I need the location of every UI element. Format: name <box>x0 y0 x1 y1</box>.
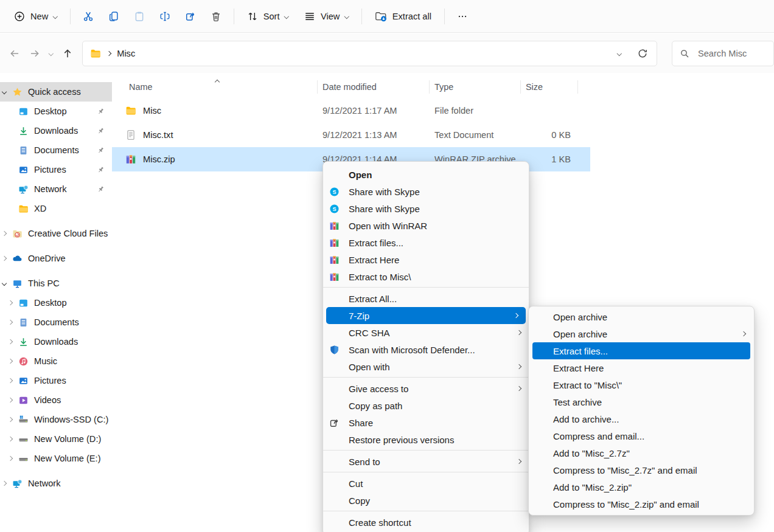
sidebar-item-desktop[interactable]: Desktop <box>0 102 112 121</box>
submenu-item-extract-files[interactable]: Extract files... <box>532 342 750 359</box>
videos-icon <box>18 395 29 406</box>
sort-icon <box>247 11 258 22</box>
sidebar-item-music[interactable]: Music <box>0 351 112 371</box>
chevron-down-icon <box>2 281 7 286</box>
column-header-size[interactable]: Size <box>521 80 578 94</box>
sidebar-item-windows-ssd-c[interactable]: Windows-SSD (C:) <box>0 410 112 429</box>
pin-icon <box>97 147 105 154</box>
sidebar-item-creative-cloud-files[interactable]: Creative Cloud Files <box>0 224 112 243</box>
menu-item-label: Scan with Microsoft Defender... <box>349 345 475 355</box>
cut-button[interactable] <box>75 5 101 27</box>
breadcrumb[interactable]: Misc <box>117 49 135 58</box>
menu-item-label: Open with WinRAR <box>349 221 427 231</box>
sidebar-item-onedrive[interactable]: OneDrive <box>0 249 112 268</box>
new-button[interactable]: New <box>6 5 65 27</box>
submenu-item-add-to-misc2-7z[interactable]: Add to "Misc_2.7z" <box>529 444 754 461</box>
submenu-item-extract-here[interactable]: Extract Here <box>529 359 754 376</box>
menu-item-send-to[interactable]: Send to <box>323 453 529 470</box>
sidebar-item-xd[interactable]: XD <box>0 199 112 218</box>
submenu-item-compress-to-misc2-7z-and-email[interactable]: Compress to "Misc_2.7z" and email <box>529 461 754 478</box>
search-box[interactable] <box>672 41 774 66</box>
copy-button[interactable] <box>101 5 127 27</box>
column-header-date-modified[interactable]: Date modified <box>318 80 430 94</box>
menu-item-crc-sha[interactable]: CRC SHA <box>323 324 529 341</box>
chevron-down-icon <box>617 51 622 56</box>
sidebar-item-pc-downloads[interactable]: Downloads <box>0 332 112 351</box>
sidebar-item-this-pc[interactable]: This PC <box>0 274 112 293</box>
menu-item-cut[interactable]: Cut <box>323 475 529 492</box>
address-bar[interactable]: Misc <box>82 41 657 66</box>
menu-item-copy-as-path[interactable]: Copy as path <box>323 397 529 414</box>
more-options-button[interactable] <box>450 5 475 27</box>
sidebar-item-label: Desktop <box>34 298 67 308</box>
column-header-type[interactable]: Type <box>430 80 521 94</box>
menu-item-give-access-to[interactable]: Give access to <box>323 380 529 397</box>
menu-item-open-with-winrar[interactable]: Open with WinRAR <box>323 217 529 234</box>
sidebar-item-network[interactable]: Network <box>0 474 112 493</box>
breadcrumb-chevron-icon <box>106 50 111 55</box>
sidebar-item-new-volume-e[interactable]: New Volume (E:) <box>0 449 112 468</box>
sidebar-item-pc-documents[interactable]: Documents <box>0 313 112 332</box>
up-button[interactable] <box>58 43 78 64</box>
menu-item-open[interactable]: Open <box>323 166 529 183</box>
menu-item-open-with[interactable]: Open with <box>323 358 529 375</box>
menu-item-label: Open with <box>349 362 390 372</box>
sort-button[interactable]: Sort <box>239 5 296 27</box>
desktop-icon <box>18 106 29 117</box>
copy-icon <box>108 11 119 22</box>
submenu-item-label: Test archive <box>553 397 602 407</box>
menu-item-scan-with-defender[interactable]: Scan with Microsoft Defender... <box>323 341 529 358</box>
sidebar: Quick access Desktop Downloads Documents… <box>0 73 112 532</box>
menu-item-create-shortcut[interactable]: Create shortcut <box>323 514 529 531</box>
sidebar-item-network-pinned[interactable]: Network <box>0 179 112 199</box>
sidebar-item-pictures[interactable]: Pictures <box>0 160 112 179</box>
paste-button[interactable] <box>127 5 152 27</box>
submenu-item-open-archive[interactable]: Open archive <box>529 308 754 325</box>
sidebar-item-downloads[interactable]: Downloads <box>0 121 112 140</box>
recent-locations-button[interactable] <box>44 43 57 64</box>
column-header-label: Size <box>526 82 543 92</box>
address-dropdown-button[interactable] <box>613 43 626 64</box>
chevron-right-icon <box>8 339 13 344</box>
sidebar-item-videos[interactable]: Videos <box>0 390 112 410</box>
menu-item-extract-files[interactable]: Extract files... <box>323 234 529 251</box>
submenu-item-open-archive-with[interactable]: Open archive <box>529 325 754 342</box>
sidebar-item-new-volume-d[interactable]: New Volume (D:) <box>0 429 112 449</box>
submenu-item-test-archive[interactable]: Test archive <box>529 393 754 410</box>
menu-item-copy[interactable]: Copy <box>323 492 529 509</box>
sidebar-item-pc-desktop[interactable]: Desktop <box>0 293 112 313</box>
menu-item-extract-here[interactable]: Extract Here <box>323 251 529 268</box>
column-header-name[interactable]: Name <box>124 80 318 94</box>
sidebar-item-quick-access[interactable]: Quick access <box>0 82 112 102</box>
menu-item-restore-previous-versions[interactable]: Restore previous versions <box>323 431 529 448</box>
file-row-misc-folder[interactable]: Misc 9/12/2021 1:17 AM File folder <box>112 98 590 123</box>
sidebar-item-documents[interactable]: Documents <box>0 140 112 160</box>
extract-all-button[interactable]: Extract all <box>367 5 439 27</box>
menu-item-label: 7-Zip <box>349 311 369 321</box>
chevron-right-icon <box>8 300 13 305</box>
sidebar-item-pc-pictures[interactable]: Pictures <box>0 371 112 390</box>
back-button[interactable] <box>5 43 25 64</box>
submenu-item-add-to-archive[interactable]: Add to archive... <box>529 410 754 427</box>
text-file-icon <box>125 130 136 140</box>
submenu-item-add-to-misc2-zip[interactable]: Add to "Misc_2.zip" <box>529 478 754 496</box>
menu-item-label: Open <box>349 170 372 180</box>
rename-icon <box>159 11 170 22</box>
submenu-item-extract-to-misc[interactable]: Extract to "Misc\" <box>529 376 754 393</box>
delete-button[interactable] <box>203 5 229 27</box>
menu-item-extract-to-misc[interactable]: Extract to Misc\ <box>323 268 529 285</box>
file-row-misc-txt[interactable]: Misc.txt 9/12/2021 1:13 AM Text Document… <box>112 123 590 147</box>
menu-item-share-with-skype-1[interactable]: Share with Skype <box>323 183 529 200</box>
refresh-button[interactable] <box>632 43 653 64</box>
forward-button[interactable] <box>25 43 45 64</box>
menu-item-7zip[interactable]: 7-Zip <box>326 307 526 324</box>
menu-item-share[interactable]: Share <box>323 414 529 431</box>
view-button[interactable]: View <box>296 5 357 27</box>
search-input[interactable] <box>697 48 766 59</box>
menu-item-share-with-skype-2[interactable]: Share with Skype <box>323 200 529 217</box>
rename-button[interactable] <box>152 5 178 27</box>
menu-item-extract-all[interactable]: Extract All... <box>323 290 529 307</box>
submenu-item-compress-and-email[interactable]: Compress and email... <box>529 427 754 444</box>
share-button[interactable] <box>178 5 203 27</box>
submenu-item-compress-to-misc2-zip-and-email[interactable]: Compress to "Misc_2.zip" and email <box>529 496 754 513</box>
